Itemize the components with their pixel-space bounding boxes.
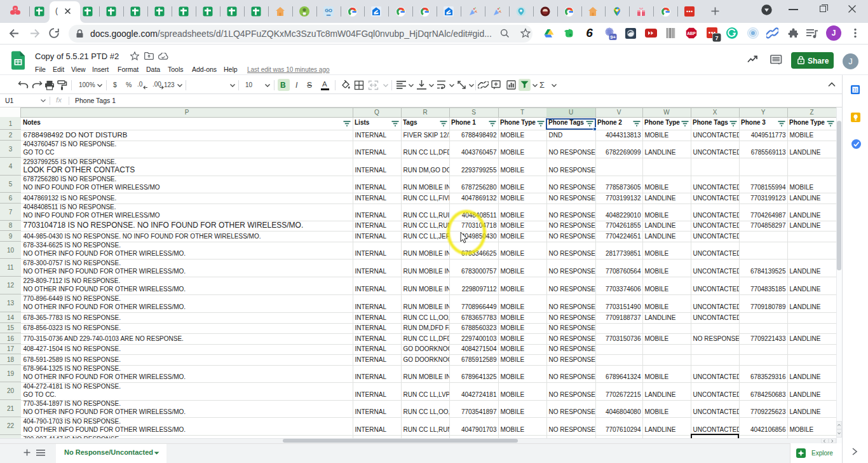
svg-text:31: 31 bbox=[853, 88, 858, 92]
svg-text:GO: GO bbox=[325, 8, 332, 13]
svg-text:6: 6 bbox=[586, 27, 593, 39]
svg-text:■■■: ■■■ bbox=[326, 14, 330, 17]
svg-text:7: 7 bbox=[715, 35, 718, 41]
svg-text:9+: 9+ bbox=[610, 34, 616, 40]
svg-text:ABP: ABP bbox=[687, 31, 696, 36]
